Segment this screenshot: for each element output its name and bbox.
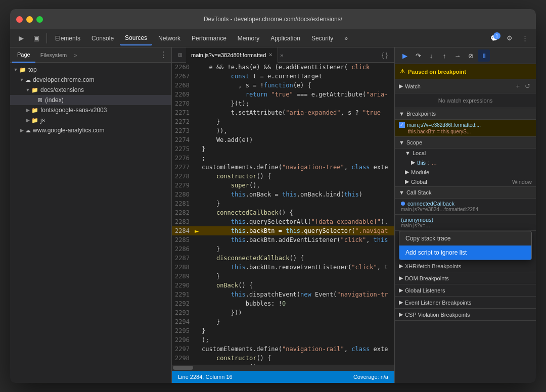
- tab-network[interactable]: Network: [153, 31, 186, 45]
- sidebar-tab-filesystem[interactable]: Filesystem: [35, 47, 72, 63]
- add-to-ignore-list-item[interactable]: Add script to ignore list: [399, 246, 531, 260]
- paused-label: Paused on breakpoint: [408, 69, 466, 75]
- tree-label-index: (index): [45, 96, 64, 104]
- breakpoints-section-header[interactable]: ▼ Breakpoints: [395, 108, 536, 120]
- code-line-2298: 2298 constructor() {: [172, 354, 394, 363]
- deactivate-icon[interactable]: ⊘: [465, 50, 477, 62]
- main-toolbar: ▶ ▣ Elements Console Sources Network Per…: [10, 29, 536, 47]
- tree-item-js[interactable]: ▶ 📁 js: [10, 115, 171, 125]
- watch-label: Watch: [405, 83, 421, 89]
- code-line-2283: 2283 this.querySelectorAll("[data-expand…: [172, 217, 394, 226]
- scope-this-item[interactable]: ▶ this : …: [395, 158, 536, 167]
- code-line-2268: 2268 , s = !function(e) {: [172, 81, 394, 90]
- code-line-2270: 2270 }(t);: [172, 99, 394, 108]
- file-tab-close-icon[interactable]: ✕: [268, 52, 272, 58]
- scope-local-header[interactable]: ▼ Local: [395, 149, 536, 158]
- global-listeners-header[interactable]: ▶ Global Listeners: [395, 284, 536, 296]
- breakpoint-checkbox[interactable]: ✓: [399, 122, 405, 128]
- scope-section-header[interactable]: ▼ Scope: [395, 137, 536, 149]
- breakpoint-item[interactable]: ✓ main.js?v=e382d86f:formatted:... this.…: [395, 120, 536, 137]
- step-out-icon[interactable]: ↑: [438, 50, 450, 62]
- dom-breakpoints-section: ▶ DOM Breakpoints: [395, 272, 536, 284]
- folder-icon-4: 📁: [31, 117, 38, 124]
- local-label: Local: [413, 150, 426, 156]
- tab-application[interactable]: Application: [265, 31, 305, 45]
- file-tab-label: main.js?v=e382d86f:formatted: [191, 52, 266, 58]
- xhr-fetch-section: ▶ XHR/fetch Breakpoints: [395, 260, 536, 272]
- traffic-lights: [16, 16, 43, 23]
- call-stack-item-1[interactable]: (anonymous) main.js?v=…: [395, 215, 536, 231]
- scrollbar-thumb[interactable]: [173, 366, 193, 370]
- tab-elements[interactable]: Elements: [50, 31, 85, 45]
- code-editor[interactable]: 2260 e && !e.has(e) && (e.addEventListen…: [172, 63, 394, 365]
- tree-item-fonts[interactable]: ▶ 📁 fonts/google-sans-v2003: [10, 105, 171, 115]
- resume-icon[interactable]: ▶: [399, 50, 411, 62]
- watch-arrow-icon: ▶: [399, 83, 403, 89]
- tab-memory[interactable]: Memory: [233, 31, 264, 45]
- tab-more[interactable]: »: [339, 31, 353, 45]
- tree-label-top: top: [28, 66, 37, 73]
- tab-performance[interactable]: Performance: [187, 31, 232, 45]
- window-title: DevTools - developer.chrome.com/docs/ext…: [204, 16, 342, 23]
- callstack-arrow-icon: ▼: [399, 189, 404, 195]
- tab-console[interactable]: Console: [86, 31, 119, 45]
- add-watch-icon[interactable]: +: [514, 82, 521, 90]
- titlebar: DevTools - developer.chrome.com/docs/ext…: [10, 9, 536, 29]
- tab-security[interactable]: Security: [306, 31, 338, 45]
- scope-label: Scope: [406, 139, 422, 145]
- scope-module-header[interactable]: ▶ Module: [395, 167, 536, 177]
- call-stack-item-0[interactable]: connectedCallback main.js?v=e382d…format…: [395, 199, 536, 215]
- dom-breakpoints-header[interactable]: ▶ DOM Breakpoints: [395, 272, 536, 284]
- tree-label-js: js: [40, 117, 45, 124]
- this-prop-name: this: [417, 160, 426, 166]
- code-line-2292: 2292 bubbles: !0: [172, 299, 394, 308]
- maximize-button[interactable]: [36, 16, 43, 23]
- cloud-icon-2: ☁: [25, 127, 31, 134]
- pause-on-exceptions-icon[interactable]: ⏸: [478, 50, 490, 62]
- file-tab-more[interactable]: »: [280, 52, 283, 58]
- inspect-icon[interactable]: ▣: [29, 31, 43, 45]
- arrow-down-icon-3: ▼: [24, 86, 31, 93]
- code-line-2269: 2269 return "true" === e.getAttribute("a…: [172, 90, 394, 99]
- tree-item-top[interactable]: ▼ 📁 top: [10, 65, 171, 75]
- sidebar-add-folder-icon[interactable]: ⋮: [157, 50, 169, 60]
- close-button[interactable]: [16, 16, 23, 23]
- event-listener-header[interactable]: ▶ Event Listener Breakpoints: [395, 297, 536, 308]
- cursor-position: Line 2284, Column 16: [178, 374, 233, 380]
- tree-item-docs[interactable]: ▼ 📁 docs/extensions: [10, 85, 171, 95]
- sidebar-tab-page[interactable]: Page: [12, 47, 35, 63]
- code-line-2280: 2280 this.onBack = this.onBack.bind(this…: [172, 190, 394, 199]
- step-over-icon[interactable]: ↷: [412, 50, 424, 62]
- fn-name-label: connectedCallback: [407, 201, 454, 207]
- tree-item-chrome[interactable]: ▼ ☁ developer.chrome.com: [10, 75, 171, 85]
- scope-global-header[interactable]: ▶ Global Window: [395, 177, 536, 186]
- cursor-icon[interactable]: ▶: [14, 31, 28, 45]
- csp-header[interactable]: ▶ CSP Violation Breakpoints: [395, 309, 536, 320]
- cloud-icon: ☁: [25, 77, 31, 83]
- copy-stack-trace-item[interactable]: Copy stack trace: [399, 231, 531, 246]
- code-line-2287: 2287 disconnectedCallback() {: [172, 254, 394, 263]
- watch-section-header[interactable]: ▶ Watch + ↺: [395, 79, 536, 93]
- sidebar-tab-more[interactable]: »: [74, 52, 77, 58]
- right-panel: ▶ ↷ ↓ ↑ → ⊘ ⏸ ⚠ Paused on breakpoint ▶ W…: [394, 47, 536, 383]
- code-line-2289: 2289 }: [172, 272, 394, 281]
- settings-icon[interactable]: ⚙: [503, 31, 517, 45]
- horizontal-scrollbar[interactable]: [172, 365, 394, 371]
- minimize-button[interactable]: [26, 16, 33, 23]
- tab-sources[interactable]: Sources: [120, 31, 152, 45]
- file-tab-main[interactable]: main.js?v=e382d86f:formatted ✕: [186, 47, 278, 63]
- call-stack-section-header[interactable]: ▼ Call Stack: [395, 187, 536, 199]
- format-icon[interactable]: { }: [379, 50, 390, 61]
- tree-item-analytics[interactable]: ▶ ☁ www.google-analytics.com: [10, 125, 171, 135]
- step-icon[interactable]: →: [451, 50, 464, 62]
- tree-label-analytics: www.google-analytics.com: [33, 127, 104, 134]
- file-sidebar: Page Filesystem » ⋮ ▼ 📁 top ▼ ☁ develope…: [10, 47, 172, 383]
- tree-item-index[interactable]: 🖹 (index): [10, 95, 171, 105]
- more-options-icon[interactable]: ⋮: [518, 31, 532, 45]
- step-into-icon[interactable]: ↓: [425, 50, 437, 62]
- coverage-status: Coverage: n/a: [353, 374, 388, 380]
- notifications-icon[interactable]: 💬 1: [487, 31, 502, 45]
- refresh-watch-icon[interactable]: ↺: [523, 82, 532, 90]
- editor-layout-icon[interactable]: ⊞: [174, 49, 186, 61]
- xhr-fetch-header[interactable]: ▶ XHR/fetch Breakpoints: [395, 260, 536, 272]
